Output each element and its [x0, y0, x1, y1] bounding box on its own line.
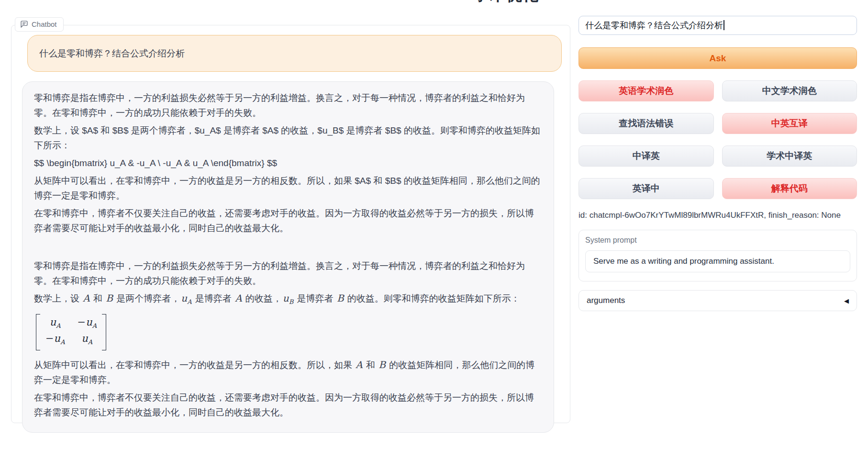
- chatbot-label: Chatbot: [15, 17, 64, 32]
- system-prompt-block: System prompt Serve me as a writing and …: [579, 230, 857, 281]
- bot-paragraph-with-math: 从矩阵中可以看出，在零和博弈中，一方的收益是另一方的相反数。所以，如果 A 和 …: [34, 358, 541, 387]
- matrix-cell: uA: [81, 332, 92, 348]
- matrix-right-bracket: [102, 314, 106, 350]
- bot-paragraph: 零和博弈是指在博弈中，一方的利益损失必然等于另一方的利益增益。换言之，对于每一种…: [34, 258, 541, 288]
- status-line: id: chatcmpl-6wOo7KrYTwMl89lbrMWRu4UkFFX…: [579, 211, 857, 220]
- btn-explain-code[interactable]: 解释代码: [722, 178, 857, 199]
- btn-chinese-academic-polish[interactable]: 中文学术润色: [722, 80, 857, 101]
- bot-paragraph-with-math: 数学上，设 A 和 B 是两个博弈者，uA 是博弈者 A 的收益，uB 是博弈者…: [34, 291, 541, 309]
- matrix-left-bracket: [36, 314, 40, 350]
- chat-messages: 什么是零和博弈？结合公式介绍分析 零和博弈是指在博弈中，一方的利益损失必然等于另…: [11, 35, 570, 433]
- bot-answer-raw-latex: 零和博弈是指在博弈中，一方的利益损失必然等于另一方的利益增益。换言之，对于每一种…: [34, 90, 541, 236]
- bot-paragraph: 从矩阵中可以看出，在零和博弈中，一方的收益是另一方的相反数。所以，如果 $A$ …: [34, 173, 541, 203]
- quick-actions-grid: 英语学术润色 中文学术润色 查找语法错误 中英互译 中译英 学术中译英 英译中 …: [579, 80, 857, 199]
- payoff-matrix: uA −uA −uA uA: [36, 314, 106, 350]
- chat-bubble-icon: [20, 20, 28, 28]
- control-panel: 什么是零和博弈？结合公式介绍分析 Ask 英语学术润色 中文学术润色 查找语法错…: [579, 16, 857, 311]
- bot-paragraph: 数学上，设 $A$ 和 $B$ 是两个博弈者，$u_A$ 是博弈者 $A$ 的收…: [34, 123, 541, 153]
- system-prompt-label: System prompt: [585, 236, 850, 247]
- btn-en-to-zh[interactable]: 英译中: [579, 178, 714, 199]
- page-title-clipped: ChatGPT 学术优化: [397, 0, 541, 6]
- bot-paragraph: 在零和博弈中，博弈者不仅要关注自己的收益，还需要考虑对手的收益。因为一方取得的收…: [34, 390, 541, 420]
- user-message-bubble: 什么是零和博弈？结合公式介绍分析: [27, 35, 562, 72]
- matrix-cell: uA: [50, 316, 61, 332]
- user-message-text: 什么是零和博弈？结合公式介绍分析: [39, 46, 550, 61]
- matrix-cell: −uA: [78, 316, 97, 332]
- collapse-triangle-icon: ◀: [844, 297, 849, 304]
- arguments-accordion[interactable]: arguments ◀: [579, 290, 857, 311]
- btn-zh-to-en[interactable]: 中译英: [579, 146, 714, 167]
- question-input-value: 什么是零和博弈？结合公式介绍分析: [585, 21, 723, 30]
- chatbot-panel: Chatbot 什么是零和博弈？结合公式介绍分析 零和博弈是指在博弈中，一方的利…: [11, 25, 570, 423]
- btn-zh-en-mutual-translate[interactable]: 中英互译: [722, 113, 857, 134]
- bot-latex-matrix-source: $$ \begin{bmatrix} u_A & -u_A \ -u_A & u…: [34, 156, 541, 170]
- system-prompt-input[interactable]: Serve me as a writing and programming as…: [585, 250, 850, 272]
- bot-message-bubble: 零和博弈是指在博弈中，一方的利益损失必然等于另一方的利益增益。换言之，对于每一种…: [22, 81, 554, 433]
- system-prompt-value: Serve me as a writing and programming as…: [593, 257, 774, 266]
- text-caret: [723, 20, 724, 30]
- bot-answer-rendered-math: 零和博弈是指在博弈中，一方的利益损失必然等于另一方的利益增益。换言之，对于每一种…: [34, 258, 541, 420]
- arguments-accordion-label: arguments: [587, 296, 625, 305]
- btn-academic-zh-to-en[interactable]: 学术中译英: [722, 146, 857, 167]
- bot-paragraph: 在零和博弈中，博弈者不仅要关注自己的收益，还需要考虑对手的收益。因为一方取得的收…: [34, 206, 541, 236]
- bot-paragraph: 零和博弈是指在博弈中，一方的利益损失必然等于另一方的利益增益。换言之，对于每一种…: [34, 90, 541, 120]
- chatbot-label-text: Chatbot: [32, 20, 57, 28]
- btn-english-academic-polish[interactable]: 英语学术润色: [579, 80, 714, 101]
- matrix-cell: −uA: [45, 332, 65, 348]
- matrix-cells: uA −uA −uA uA: [42, 314, 100, 350]
- question-input[interactable]: 什么是零和博弈？结合公式介绍分析: [579, 16, 857, 35]
- ask-button[interactable]: Ask: [579, 47, 857, 69]
- btn-find-grammar-errors[interactable]: 查找语法错误: [579, 113, 714, 134]
